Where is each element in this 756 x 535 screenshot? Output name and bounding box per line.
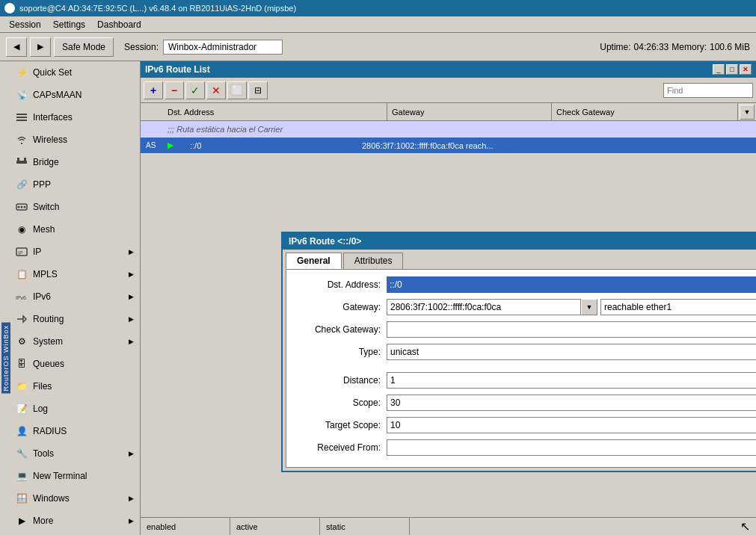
ip-icon: IP <box>15 245 28 259</box>
target-scope-input[interactable] <box>387 417 756 433</box>
gateway-label: Gateway: <box>289 302 387 312</box>
column-dropdown-button[interactable]: ▼ <box>740 105 755 120</box>
sidebar-label-more: More <box>33 516 53 526</box>
type-row: Type: ▼ <box>289 343 756 361</box>
route-section-header: ;;; Ruta estática hacia el Carrier <box>141 121 756 137</box>
copy-route-button[interactable]: ⬜ <box>227 81 247 99</box>
sidebar-label-tools: Tools <box>33 448 54 459</box>
sidebar-item-radius[interactable]: 👤 RADIUS <box>0 420 140 442</box>
table-row[interactable]: AS ▶ ::/0 2806:3f7:1002::ffff:f0ca:f0ca … <box>141 137 756 154</box>
sidebar-label-radius: RADIUS <box>33 426 67 436</box>
detail-window: IPv6 Route <::/0> _ □ ✕ General Attribut… <box>281 232 756 472</box>
minimize-button[interactable]: _ <box>713 64 725 75</box>
sidebar-item-bridge[interactable]: Bridge <box>0 151 140 173</box>
dst-address-input[interactable] <box>387 276 756 293</box>
sidebar-label-new-terminal: New Terminal <box>33 471 87 481</box>
sidebar-label-interfaces: Interfaces <box>33 112 73 123</box>
received-from-input[interactable] <box>387 439 756 456</box>
sidebar-item-tools[interactable]: 🔧 Tools ▶ <box>0 442 140 465</box>
received-from-row: Received From: <box>289 439 756 457</box>
gateway-input[interactable] <box>387 299 581 315</box>
filter-button[interactable]: ⊟ <box>248 81 268 99</box>
sidebar-item-ipv6[interactable]: IPv6 IPv6 ▶ <box>0 285 140 308</box>
memory-value: 100.6 MiB <box>710 42 750 52</box>
sidebar-item-wireless[interactable]: Wireless <box>0 129 140 151</box>
tools-icon: 🔧 <box>15 447 28 460</box>
sidebar-item-system[interactable]: ⚙ System ▶ <box>0 330 140 353</box>
more-icon: ▶ <box>15 514 28 528</box>
sidebar-label-quick-set: Quick Set <box>33 67 72 78</box>
find-input[interactable] <box>663 83 753 98</box>
type-input[interactable] <box>387 344 756 360</box>
routing-icon <box>15 312 28 326</box>
sidebar-item-quick-set[interactable]: ⚡ Quick Set <box>0 61 140 84</box>
menu-dashboard[interactable]: Dashboard <box>91 18 147 31</box>
scope-input[interactable] <box>387 395 756 411</box>
switch-icon <box>15 200 28 214</box>
svg-rect-5 <box>24 158 26 161</box>
forward-button[interactable]: ▶ <box>30 37 51 57</box>
form-body: Dst. Address: Gateway: ▼ ▲ ▼ <box>286 269 756 468</box>
route-list-title-bar: IPv6 Route List _ □ ✕ <box>141 61 756 78</box>
sidebar-item-ip[interactable]: IP IP ▶ <box>0 241 140 263</box>
sidebar-item-log[interactable]: 📝 Log <box>0 398 140 420</box>
enable-route-button[interactable]: ✓ <box>185 81 205 99</box>
sidebar-label-switch: Switch <box>33 202 59 212</box>
disable-route-button[interactable]: ✕ <box>206 81 226 99</box>
distance-input[interactable] <box>387 372 756 389</box>
interfaces-icon <box>15 111 28 124</box>
close-button[interactable]: ✕ <box>740 64 752 75</box>
sidebar-label-log: Log <box>33 403 48 414</box>
maximize-button[interactable]: □ <box>726 64 738 75</box>
sidebar-item-more[interactable]: ▶ More ▶ <box>0 510 140 532</box>
add-route-button[interactable]: + <box>144 81 163 99</box>
sidebar-item-ppp[interactable]: 🔗 PPP <box>0 173 140 196</box>
routeros-label: RouterOS WinBox <box>1 323 10 394</box>
svg-text:IP: IP <box>18 250 23 256</box>
gateway-dropdown-button[interactable]: ▼ <box>581 299 597 315</box>
svg-text:IPv6: IPv6 <box>16 295 26 300</box>
cursor-icon: ↖ <box>740 520 750 533</box>
check-gateway-label: Check Gateway: <box>289 324 387 335</box>
target-scope-label: Target Scope: <box>289 420 387 430</box>
remove-route-button[interactable]: − <box>165 81 184 99</box>
routing-arrow: ▶ <box>129 315 134 323</box>
route-table-body: ;;; Ruta estática hacia el Carrier AS ▶ … <box>141 121 756 154</box>
sidebar-item-new-terminal[interactable]: 💻 New Terminal <box>0 465 140 487</box>
quick-set-icon: ⚡ <box>15 66 28 79</box>
gateway-reachable-input[interactable] <box>600 299 756 315</box>
safemode-button[interactable]: Safe Mode <box>54 37 114 57</box>
check-gateway-input[interactable] <box>387 321 756 338</box>
sidebar-label-ppp: PPP <box>33 179 51 190</box>
target-scope-row: Target Scope: <box>289 416 756 434</box>
sidebar-item-mpls[interactable]: 📋 MPLS ▶ <box>0 263 140 285</box>
status-active: active <box>230 518 320 535</box>
sidebar-label-ipv6: IPv6 <box>33 291 51 302</box>
type-label: Type: <box>289 347 387 357</box>
menu-session[interactable]: Session <box>3 18 47 31</box>
sidebar-item-switch[interactable]: Switch <box>0 196 140 218</box>
sidebar-item-routing[interactable]: Routing ▶ <box>0 308 140 330</box>
type-input-group: ▼ <box>387 344 756 360</box>
sidebar-item-mesh[interactable]: ◉ Mesh <box>0 218 140 241</box>
sidebar-item-windows[interactable]: 🪟 Windows ▶ <box>0 487 140 510</box>
sidebar: ⚡ Quick Set 📡 CAPsMAAN Interfaces Wirele… <box>0 61 141 535</box>
tab-attributes[interactable]: Attributes <box>343 253 404 269</box>
app-icon <box>4 3 15 13</box>
back-button[interactable]: ◀ <box>6 37 27 57</box>
svg-rect-1 <box>16 117 27 118</box>
tab-general[interactable]: General <box>286 253 342 269</box>
sidebar-item-capsman[interactable]: 📡 CAPsMAAN <box>0 84 140 106</box>
distance-row: Distance: ▲ <box>289 371 756 389</box>
sidebar-label-system: System <box>33 336 63 347</box>
sidebar-item-interfaces[interactable]: Interfaces <box>0 106 140 129</box>
session-label: Session: <box>124 42 159 52</box>
section-header-text: ;;; Ruta estática hacia el Carrier <box>163 125 287 134</box>
check-gateway-row: Check Gateway: ▼ <box>289 321 756 338</box>
menu-settings[interactable]: Settings <box>47 18 91 31</box>
windows-arrow: ▶ <box>129 495 134 502</box>
sidebar-item-queues[interactable]: 🗄 Queues <box>0 353 140 375</box>
sidebar-item-files[interactable]: 📁 Files <box>0 375 140 398</box>
files-icon: 📁 <box>15 380 28 393</box>
sidebar-label-capsman: CAPsMAAN <box>33 90 82 100</box>
